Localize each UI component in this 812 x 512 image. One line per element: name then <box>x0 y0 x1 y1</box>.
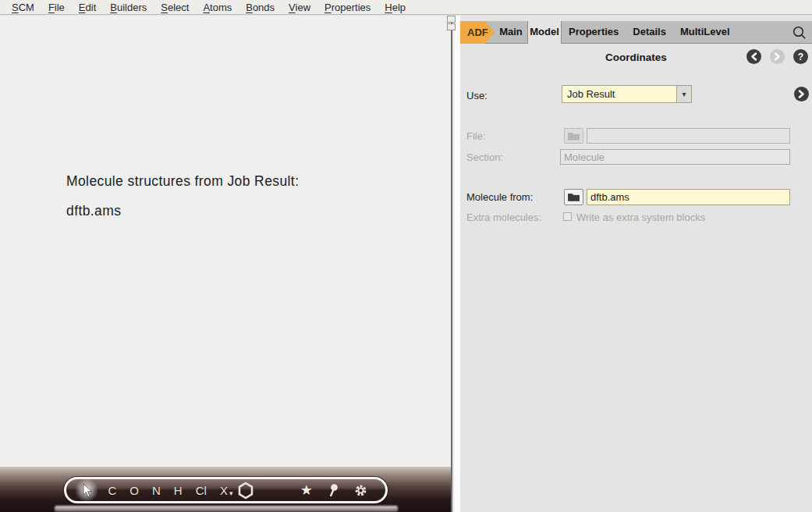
folder-icon <box>568 193 580 201</box>
pin-tool-button[interactable] <box>320 479 346 501</box>
use-dropdown-button[interactable]: ▾ <box>676 86 691 102</box>
extra-molecules-checkbox <box>563 212 572 221</box>
panel-scrollbar[interactable] <box>454 16 460 512</box>
tab-bar: ADF Main Model Properties Details MultiL… <box>460 21 812 44</box>
file-field <box>587 128 790 144</box>
use-selected-value: Job Result <box>562 88 676 100</box>
element-button-Cl[interactable]: Cl <box>189 479 213 501</box>
element-button-H[interactable]: H <box>167 479 189 501</box>
cursor-icon <box>80 483 94 498</box>
element-button-O[interactable]: O <box>123 479 146 501</box>
menu-select[interactable]: Select <box>154 0 196 15</box>
chevron-left-icon <box>750 52 757 61</box>
pill-reflection <box>55 506 398 512</box>
molecule-from-field[interactable]: dftb.ams <box>587 189 790 205</box>
tab-details[interactable]: Details <box>626 21 673 43</box>
section-label: Section: <box>466 151 503 163</box>
tab-model[interactable]: Model <box>527 21 562 44</box>
sash-handle-bottom[interactable] <box>447 23 456 30</box>
viewer-message: Molecule structures from Job Result: <box>66 173 299 190</box>
structure-tool-button[interactable]: ★ <box>293 479 320 501</box>
viewer-bottom-band: C O N H Cl X ▾ ★ <box>0 467 451 512</box>
gear-icon <box>353 483 368 498</box>
tab-main[interactable]: Main <box>495 21 527 43</box>
molecule-viewer[interactable]: Molecule structures from Job Result: dft… <box>0 16 452 512</box>
hexagon-ring-icon <box>237 482 254 500</box>
menu-properties[interactable]: Properties <box>317 0 378 15</box>
extra-molecules-checkbox-label: Write as extra system blocks <box>576 212 705 223</box>
coordinates-detail-button[interactable] <box>794 87 809 101</box>
tab-properties[interactable]: Properties <box>562 21 626 43</box>
file-browse-button <box>564 128 583 144</box>
element-button-X[interactable]: X <box>213 479 229 501</box>
menu-file[interactable]: File <box>41 0 72 15</box>
chevron-right-icon <box>798 90 805 98</box>
element-x-caret-down-icon: ▾ <box>229 489 233 497</box>
caret-down-icon: ▾ <box>682 90 686 98</box>
file-label: File: <box>466 130 486 142</box>
molecule-from-label: Molecule from: <box>466 191 533 203</box>
menu-help[interactable]: Help <box>378 0 413 15</box>
menu-scm[interactable]: SCM <box>5 0 41 15</box>
use-label: Use: <box>466 90 488 101</box>
cursor-tool-button[interactable] <box>76 479 97 501</box>
settings-tool-button[interactable] <box>346 479 375 501</box>
menu-edit[interactable]: Edit <box>72 0 103 15</box>
menu-builders[interactable]: Builders <box>103 0 154 15</box>
tab-adf[interactable]: ADF <box>460 21 495 44</box>
element-button-N[interactable]: N <box>146 479 168 501</box>
input-panel: ADF Main Model Properties Details MultiL… <box>460 16 812 512</box>
viewer-job-name: dftb.ams <box>66 203 121 219</box>
molecule-browse-button[interactable] <box>564 189 583 205</box>
sash-handle-top[interactable] <box>447 16 456 23</box>
question-mark-icon: ? <box>798 52 803 62</box>
tab-multilevel[interactable]: MultiLevel <box>673 21 737 43</box>
section-field: Molecule <box>560 149 790 165</box>
ring-tool-button[interactable] <box>237 479 254 501</box>
chevron-right-icon <box>774 52 781 61</box>
back-button[interactable] <box>746 49 761 64</box>
menu-bonds[interactable]: Bonds <box>239 0 282 15</box>
menu-atoms[interactable]: Atoms <box>196 0 239 15</box>
search-icon <box>792 25 807 41</box>
element-button-C[interactable]: C <box>101 479 123 501</box>
element-toolbar: C O N H Cl X ▾ ★ <box>64 477 388 503</box>
menu-bar: SCM File Edit Builders Select Atoms Bond… <box>0 0 812 15</box>
folder-icon <box>568 132 580 140</box>
search-button[interactable] <box>792 25 807 41</box>
forward-button <box>770 49 785 64</box>
help-button[interactable]: ? <box>793 49 808 64</box>
extra-molecules-label: Extra molecules: <box>466 212 541 223</box>
use-select[interactable]: Job Result ▾ <box>562 85 692 103</box>
pin-icon <box>327 483 339 497</box>
menu-view[interactable]: View <box>282 0 317 15</box>
